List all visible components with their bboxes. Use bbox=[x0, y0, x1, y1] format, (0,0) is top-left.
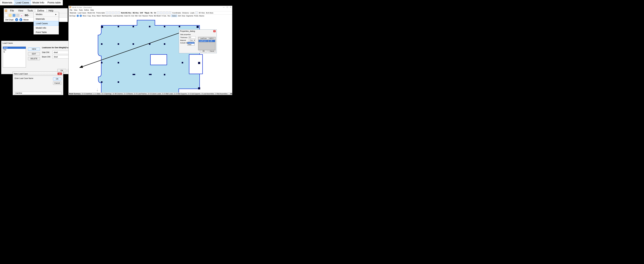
menu-file[interactable]: File bbox=[70, 9, 72, 11]
new-icon[interactable] bbox=[106, 12, 108, 14]
tb2-move[interactable]: Move bbox=[83, 15, 86, 17]
tb2-array[interactable]: Array bbox=[92, 15, 96, 17]
mat-option[interactable]: Concrete bbox=[188, 42, 194, 44]
tb-re[interactable]: Re bbox=[150, 12, 153, 14]
tb2-wallasm[interactable]: Wall Assembly bbox=[102, 15, 112, 17]
tb2-kcalc[interactable]: K Calc. bbox=[162, 15, 167, 17]
material-select[interactable]: Concrete bbox=[188, 39, 196, 42]
tb-befiles[interactable]: BE-files bbox=[132, 12, 139, 14]
tb2-grid[interactable]: Grid bbox=[138, 15, 142, 17]
edit-button[interactable]: EDIT bbox=[28, 52, 40, 56]
cell-w[interactable]: -1.85 bbox=[208, 40, 215, 42]
tb2-points[interactable]: Points bbox=[149, 15, 153, 17]
open-file-icon[interactable] bbox=[9, 14, 12, 17]
menu-define[interactable]: Define bbox=[84, 9, 89, 11]
column-marker[interactable] bbox=[198, 87, 200, 89]
zoom-icon[interactable] bbox=[118, 12, 120, 14]
ok-button[interactable]: OK bbox=[200, 50, 207, 52]
tb2-bemodel[interactable]: BE Model bbox=[154, 15, 161, 17]
canvas[interactable]: Y ↑ Properties_dialog ✕ Slab properties … bbox=[68, 17, 232, 92]
list-item[interactable]: dead bbox=[3, 47, 26, 49]
tb-modelinfo[interactable]: Model Info bbox=[87, 12, 95, 14]
slab-ow-select[interactable]: dead bbox=[52, 51, 70, 54]
newlc-input[interactable] bbox=[14, 92, 61, 95]
back-icon[interactable]: ◄ bbox=[15, 18, 18, 21]
thickness-input[interactable] bbox=[188, 36, 196, 39]
print-icon[interactable] bbox=[16, 14, 19, 17]
tool-icon[interactable] bbox=[163, 12, 165, 14]
ok-button[interactable]: OK bbox=[53, 77, 61, 81]
tb2-copy[interactable]: Copy bbox=[88, 15, 91, 17]
tb2-end[interactable]: End bbox=[131, 15, 134, 17]
cancel-button[interactable]: Cancel bbox=[208, 50, 216, 52]
column-marker[interactable] bbox=[198, 62, 200, 64]
tb2-points2[interactable]: Points bbox=[194, 15, 198, 17]
menu-view[interactable]: View bbox=[74, 9, 78, 11]
tb-loadcases[interactable]: Load Cases bbox=[77, 12, 87, 14]
tb-multibe[interactable]: Multi-BE-files bbox=[121, 12, 132, 14]
tb2-draw[interactable]: Draw bbox=[182, 15, 186, 17]
tb2-nearest[interactable]: Nearest bbox=[142, 15, 148, 17]
open-icon[interactable] bbox=[109, 12, 111, 14]
tab-modelinfo[interactable]: Model Info bbox=[31, 1, 46, 5]
column-marker[interactable] bbox=[118, 43, 119, 45]
tb2-mid[interactable]: Mid bbox=[135, 15, 138, 17]
column-marker[interactable] bbox=[132, 74, 135, 75]
tab-materials[interactable]: Materials bbox=[0, 1, 14, 5]
menu-pointtable[interactable]: Point Table bbox=[34, 30, 59, 34]
forward-icon[interactable]: ► bbox=[19, 18, 22, 21]
column-marker[interactable] bbox=[164, 74, 165, 75]
menu-materials[interactable]: Materials bbox=[34, 17, 59, 21]
menu-view[interactable]: View bbox=[16, 9, 25, 13]
tb-coordinates[interactable]: Coordinates bbox=[172, 12, 181, 14]
tb-pointstable[interactable]: Points table bbox=[96, 12, 105, 14]
tb2-grabcg[interactable]: Grab CG bbox=[124, 15, 130, 17]
tb-tbpak[interactable]: TBpak bbox=[144, 12, 150, 14]
cube-icon[interactable] bbox=[196, 12, 198, 14]
column-marker[interactable] bbox=[196, 26, 199, 28]
column-marker[interactable] bbox=[182, 62, 183, 63]
move-button[interactable]: Move bbox=[24, 19, 28, 21]
grid-icon[interactable] bbox=[166, 12, 168, 14]
close-icon[interactable]: ✕ bbox=[213, 30, 216, 32]
column-marker[interactable] bbox=[164, 26, 165, 27]
list-item[interactable]: fc bbox=[3, 51, 26, 53]
column-marker[interactable] bbox=[118, 81, 119, 83]
tool-icon[interactable] bbox=[169, 12, 171, 14]
tb2-segments[interactable]: Segments bbox=[186, 15, 193, 17]
tb-loads[interactable]: Loads bbox=[190, 12, 195, 14]
menu-tools[interactable]: Tools bbox=[79, 9, 83, 11]
column-marker[interactable] bbox=[164, 43, 165, 45]
tb2-edit[interactable]: Edit bbox=[178, 15, 181, 17]
menu-modelinfo[interactable]: Model Info bbox=[34, 26, 59, 30]
column-marker[interactable] bbox=[101, 62, 102, 63]
menu-modes[interactable]: Modes▸ bbox=[34, 12, 59, 17]
zoom-icon[interactable]: ⌕ bbox=[20, 14, 23, 17]
print-icon[interactable] bbox=[115, 12, 117, 14]
tb2-deldupl[interactable]: Del Dupl. bbox=[70, 15, 76, 17]
tb2-beams[interactable]: Beams bbox=[200, 15, 204, 17]
column-marker[interactable] bbox=[118, 26, 119, 27]
tab-loadcases[interactable]: Load Cases bbox=[14, 1, 31, 5]
column-marker[interactable] bbox=[101, 26, 103, 28]
tb-clr[interactable]: Clr bbox=[154, 12, 156, 14]
tb2-select[interactable]: Select bbox=[171, 15, 177, 17]
beam-ow-select[interactable]: dead bbox=[52, 55, 70, 59]
cancel-button[interactable]: Cancel bbox=[53, 81, 61, 85]
tb-dxf[interactable]: DXF bbox=[140, 12, 144, 14]
column-marker[interactable] bbox=[101, 81, 102, 83]
close-icon[interactable]: ✕ bbox=[58, 73, 62, 75]
column-marker[interactable] bbox=[132, 43, 134, 45]
forward-icon[interactable]: ► bbox=[80, 15, 82, 17]
save-icon[interactable] bbox=[12, 14, 16, 17]
list-item[interactable]: live bbox=[3, 49, 26, 51]
minimize-icon[interactable]: — bbox=[223, 6, 224, 8]
close-icon[interactable]: ✕ bbox=[230, 6, 231, 8]
tb-3dview[interactable]: 3D View bbox=[198, 12, 205, 14]
menu-loadcases[interactable]: Load Cases bbox=[34, 21, 59, 26]
tb2-loadasm[interactable]: Load Assembly bbox=[113, 15, 123, 17]
new-button[interactable]: NEW bbox=[28, 47, 40, 51]
tb-divisions[interactable]: Divisions bbox=[182, 12, 189, 14]
tool-icon[interactable] bbox=[157, 12, 159, 14]
column-marker[interactable] bbox=[149, 43, 150, 45]
